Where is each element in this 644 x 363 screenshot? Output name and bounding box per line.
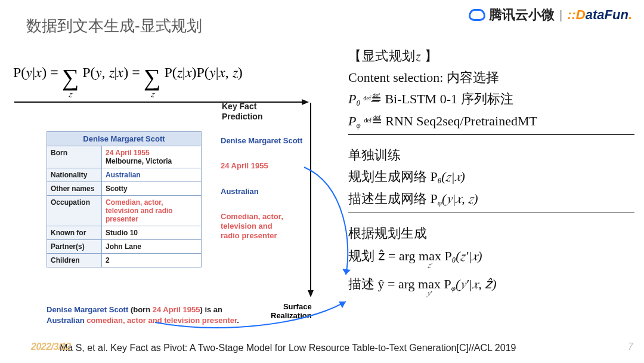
page-number: 7 [628, 342, 633, 352]
cell-val: Scotty [102, 182, 202, 196]
p-phi-def: Pφ def≝ RNN Seq2seq/PretrainedMT [348, 112, 634, 131]
sent-part: Australian [47, 316, 85, 325]
cell-selected: 24 April 1955 [106, 149, 150, 157]
svg-marker-1 [339, 302, 346, 308]
vertical-arrow-head-icon [308, 290, 314, 297]
formula-lhs: P(𝑦|𝑥) = [13, 64, 62, 80]
datafun-d: D [576, 7, 586, 22]
cell-val: 24 April 1955Melbourne, Victoria [102, 146, 202, 168]
cell-key: Occupation [47, 196, 102, 226]
horizontal-arrow-line [14, 101, 306, 103]
key-facts-list: Denise Margaret Scott 24 April 1955 Aust… [221, 136, 302, 250]
logo-area: 腾讯云小微 | ::DataFun. [469, 6, 632, 24]
datafun-dot: . [628, 7, 632, 22]
surface-realization-label: Surface Realization [271, 302, 312, 320]
datafun-logo: ::DataFun. [567, 7, 632, 23]
desc-net: 描述生成网络 Pφ(𝑦|𝑥, 𝑧) [348, 189, 634, 209]
cell-key: Children [47, 254, 102, 267]
datafun-ata: ata [586, 7, 605, 22]
output-sentence: Denise Margaret Scott (born 24 April 195… [47, 304, 249, 325]
kfp-line2: Prediction [222, 112, 262, 122]
table-row: Other namesScotty [47, 182, 202, 196]
section-generation: 根据规划生成 [348, 224, 634, 243]
cell-key: Known for [47, 226, 102, 240]
plan-net: 规划生成网络 Pθ(𝑧|𝑥) [348, 167, 634, 187]
sent-part: comedian, actor and television presenter [86, 316, 237, 325]
cell-val: Comedian, actor, television and radio pr… [102, 196, 202, 226]
formula-mid: P(𝑦, 𝑧|𝑥) = [82, 64, 144, 80]
sigma-1-icon: ∑𝑧 [62, 68, 79, 87]
divider-icon [348, 134, 634, 135]
p-theta-def: Pθ def≝ Bi-LSTM 0-1 序列标注 [348, 90, 634, 109]
infobox-table: Denise Margaret Scott Born24 April 1955M… [47, 131, 202, 267]
kfp-line1: Key Fact [222, 101, 262, 112]
fact-item: Comedian, actor, television and radio pr… [221, 212, 292, 241]
fact-item: Australian [221, 187, 302, 196]
formula-rhs: P(𝑧|𝑥)P(𝑦|𝑥, 𝑧) [164, 64, 242, 80]
horizontal-arrow-head-icon [302, 99, 309, 105]
section-separate-training: 单独训练 [348, 146, 634, 165]
cell-val: John Lane [102, 240, 202, 254]
tencent-logo: 腾讯云小微 [469, 6, 555, 24]
argmax-y: 描述 ŷ = arg max𝑦′ Pφ(𝑦′|𝑥, ẑ) [348, 275, 634, 294]
fact-item: 24 April 1955 [221, 161, 302, 171]
cell-selected: Comedian, actor, television and radio pr… [106, 198, 173, 223]
key-fact-prediction-label: Key Fact Prediction [222, 101, 262, 122]
sent-part: ) is an [200, 305, 222, 314]
sr-line2: Realization [271, 311, 312, 320]
sent-part: Denise Margaret Scott [47, 305, 128, 314]
cell-key: Nationality [47, 168, 102, 182]
table-row: Born24 April 1955Melbourne, Victoria [47, 146, 202, 168]
cell-val: 2 [102, 254, 202, 267]
citation: Ma S, et al. Key Fact as Pivot: A Two-St… [60, 343, 516, 353]
table-row: Children2 [47, 254, 202, 267]
cell-key: Other names [47, 182, 102, 196]
tencent-text: 腾讯云小微 [489, 6, 555, 24]
vertical-arrow-line [310, 103, 311, 293]
cell-key: Born [47, 146, 102, 168]
separator-icon: | [559, 8, 562, 22]
sent-part: (born [128, 305, 152, 314]
datafun-fun: Fun [605, 7, 628, 22]
slide-title: 数据到文本生成-显式规划 [26, 16, 202, 36]
sent-part: 24 April 1955 [153, 305, 200, 314]
sigma-2-icon: ∑𝑧 [144, 68, 161, 87]
sigma-2-sub: 𝑧 [151, 91, 154, 97]
cloud-icon [469, 9, 485, 21]
sent-part: . [237, 316, 239, 325]
cell-val: Studio 10 [102, 226, 202, 240]
argmax-z: 规划 ẑ = arg max𝑧′ Pθ(𝑧′|𝑥) [348, 247, 634, 266]
table-row: Partner(s)John Lane [47, 240, 202, 254]
date-watermark: 2022/3/12 [31, 342, 71, 352]
cell-key: Partner(s) [47, 240, 102, 254]
table-row: OccupationComedian, actor, television an… [47, 196, 202, 226]
right-box-title: 【显式规划𝑧 】 [348, 47, 634, 66]
table-row: NationalityAustralian [47, 168, 202, 182]
content-selection: Content selection: 内容选择 [348, 68, 634, 87]
right-column: 【显式规划𝑧 】 Content selection: 内容选择 Pθ def≝… [348, 47, 634, 297]
cell-extra: Melbourne, Victoria [106, 157, 172, 165]
table-header: Denise Margaret Scott [47, 132, 202, 146]
fact-item: Denise Margaret Scott [221, 136, 302, 146]
sigma-1-sub: 𝑧 [69, 91, 72, 97]
cell-val: Australian [102, 168, 202, 182]
main-formula: P(𝑦|𝑥) = ∑𝑧 P(𝑦, 𝑧|𝑥) = ∑𝑧 P(𝑧|𝑥)P(𝑦|𝑥, … [13, 64, 243, 87]
divider-icon [348, 213, 634, 213]
table-row: Known forStudio 10 [47, 226, 202, 240]
sr-line1: Surface [271, 302, 312, 311]
